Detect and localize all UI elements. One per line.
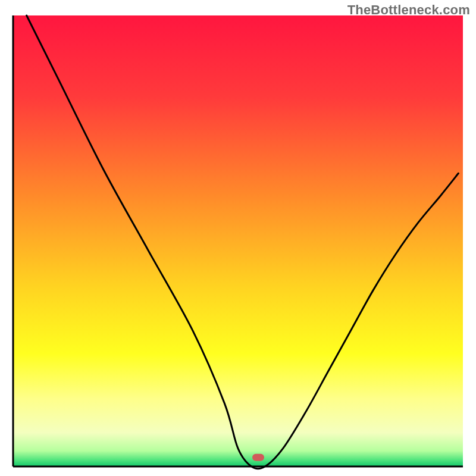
chart-container: TheBottleneck.com — [0, 0, 476, 476]
bottleneck-chart — [0, 0, 476, 476]
watermark-text: TheBottleneck.com — [347, 2, 470, 18]
plot-background — [13, 15, 463, 466]
marker-minimum — [252, 454, 264, 461]
